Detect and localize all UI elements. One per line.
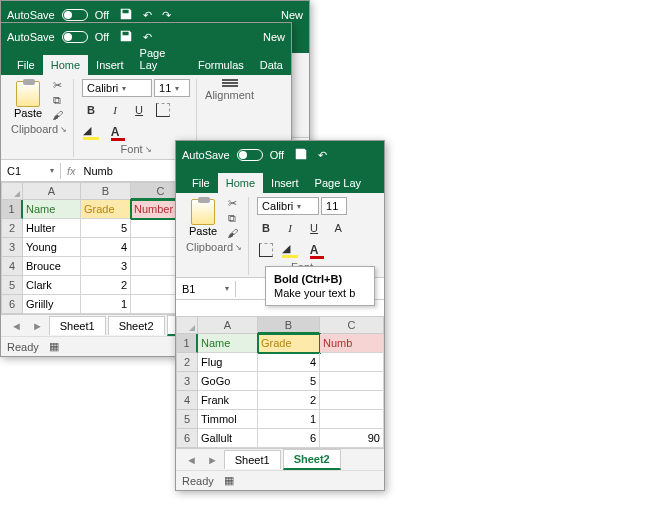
format-painter-icon[interactable]: 🖌 [50, 109, 64, 121]
cut-icon[interactable]: ✂ [225, 197, 239, 209]
macro-record-icon[interactable]: ▦ [224, 474, 234, 487]
cell[interactable] [320, 391, 384, 410]
spreadsheet-grid[interactable]: ABC 1NameGradeNumb 2Flug4 3GoGo5 4Frank2… [176, 316, 384, 448]
sheet-tab-1[interactable]: Sheet1 [49, 316, 106, 335]
macro-record-icon[interactable]: ▦ [49, 340, 59, 353]
tab-formulas[interactable]: Formulas [190, 55, 252, 75]
cell[interactable]: 3 [81, 257, 131, 276]
select-all-corner[interactable] [176, 316, 198, 334]
col-header-c[interactable]: C [320, 316, 384, 334]
cell[interactable]: 5 [258, 372, 320, 391]
font-name-select[interactable]: Calibri▾ [257, 197, 319, 215]
cell[interactable] [320, 372, 384, 391]
tab-pagelayout[interactable]: Page Lay [132, 43, 190, 75]
save-icon[interactable] [294, 147, 308, 163]
border-button[interactable] [257, 241, 275, 259]
cell[interactable]: 6 [258, 429, 320, 448]
paste-button[interactable]: Paste [189, 199, 217, 237]
row-header[interactable]: 3 [1, 238, 23, 257]
font-color-button[interactable]: A [305, 241, 323, 259]
cell[interactable]: Griilly [23, 295, 81, 314]
cell[interactable]: Hulter [23, 219, 81, 238]
cell[interactable]: Flug [198, 353, 258, 372]
border-button[interactable] [154, 101, 172, 119]
font-grow-icon[interactable]: A [329, 219, 347, 237]
sheet-tab-2[interactable]: Sheet2 [108, 316, 165, 335]
italic-button[interactable]: I [106, 101, 124, 119]
cell[interactable]: 4 [81, 238, 131, 257]
col-header-a[interactable]: A [198, 316, 258, 334]
undo-icon[interactable]: ↶ [143, 31, 152, 44]
cell[interactable] [320, 353, 384, 372]
format-painter-icon[interactable]: 🖌 [225, 227, 239, 239]
cell[interactable]: Young [23, 238, 81, 257]
tab-file[interactable]: File [9, 55, 43, 75]
row-header[interactable]: 5 [1, 276, 23, 295]
tab-file[interactable]: File [184, 173, 218, 193]
row-header[interactable]: 3 [176, 372, 198, 391]
col-header-b[interactable]: B [258, 316, 320, 334]
copy-icon[interactable]: ⧉ [50, 94, 64, 106]
cell[interactable]: 4 [258, 353, 320, 372]
cell[interactable]: Name [23, 200, 81, 219]
undo-icon[interactable]: ↶ [318, 149, 327, 162]
cell[interactable]: 2 [258, 391, 320, 410]
cell[interactable]: Brouce [23, 257, 81, 276]
sheet-nav-next-icon[interactable]: ► [203, 454, 222, 466]
sheet-nav-prev-icon[interactable]: ◄ [7, 320, 26, 332]
fx-icon[interactable]: fx [67, 165, 76, 177]
row-header[interactable]: 4 [1, 257, 23, 276]
font-size-select[interactable]: 11 [321, 197, 347, 215]
sheet-tab-1[interactable]: Sheet1 [224, 450, 281, 469]
redo-icon[interactable]: ↷ [162, 9, 171, 22]
italic-button[interactable]: I [281, 219, 299, 237]
cell[interactable]: GoGo [198, 372, 258, 391]
row-header[interactable]: 1 [1, 200, 23, 219]
font-size-select[interactable]: 11▾ [154, 79, 190, 97]
row-header[interactable]: 6 [1, 295, 23, 314]
underline-button[interactable]: U [305, 219, 323, 237]
font-name-select[interactable]: Calibri▾ [82, 79, 152, 97]
cell[interactable]: 5 [81, 219, 131, 238]
font-color-button[interactable]: A [106, 123, 124, 141]
cell[interactable]: 90 [320, 429, 384, 448]
save-icon[interactable] [119, 7, 133, 23]
copy-icon[interactable]: ⧉ [225, 212, 239, 224]
row-header[interactable]: 5 [176, 410, 198, 429]
cell[interactable]: 1 [81, 295, 131, 314]
cut-icon[interactable]: ✂ [50, 79, 64, 91]
row-header[interactable]: 2 [176, 353, 198, 372]
row-header[interactable]: 4 [176, 391, 198, 410]
tab-pagelayout[interactable]: Page Lay [307, 173, 369, 193]
select-all-corner[interactable] [1, 182, 23, 200]
cell[interactable] [320, 410, 384, 429]
tab-home[interactable]: Home [43, 55, 88, 75]
sheet-nav-prev-icon[interactable]: ◄ [182, 454, 201, 466]
cell[interactable]: Grade [81, 200, 131, 219]
row-header[interactable]: 6 [176, 429, 198, 448]
fill-color-button[interactable]: ◢ [82, 123, 100, 141]
cell[interactable]: Gallult [198, 429, 258, 448]
autosave-toggle[interactable]: AutoSaveOff [182, 149, 284, 161]
col-header-a[interactable]: A [23, 182, 81, 200]
tab-insert[interactable]: Insert [263, 173, 307, 193]
cell[interactable]: 1 [258, 410, 320, 429]
bold-button[interactable]: B [257, 219, 275, 237]
row-header[interactable]: 1 [176, 334, 198, 353]
sheet-nav-next-icon[interactable]: ► [28, 320, 47, 332]
cell-selected[interactable]: Grade [258, 334, 320, 353]
undo-icon[interactable]: ↶ [143, 9, 152, 22]
sheet-tab-2[interactable]: Sheet2 [283, 449, 341, 470]
autosave-toggle[interactable]: AutoSaveOff [7, 31, 109, 43]
name-box[interactable]: C1▾ [1, 163, 61, 179]
name-box[interactable]: B1▾ [176, 281, 236, 297]
underline-button[interactable]: U [130, 101, 148, 119]
cell[interactable]: Clark [23, 276, 81, 295]
tab-insert[interactable]: Insert [88, 55, 132, 75]
col-header-b[interactable]: B [81, 182, 131, 200]
align-icon[interactable] [222, 79, 238, 87]
tab-data[interactable]: Data [252, 55, 291, 75]
fill-color-button[interactable]: ◢ [281, 241, 299, 259]
row-header[interactable]: 2 [1, 219, 23, 238]
formula-value[interactable]: Numb [84, 165, 113, 177]
